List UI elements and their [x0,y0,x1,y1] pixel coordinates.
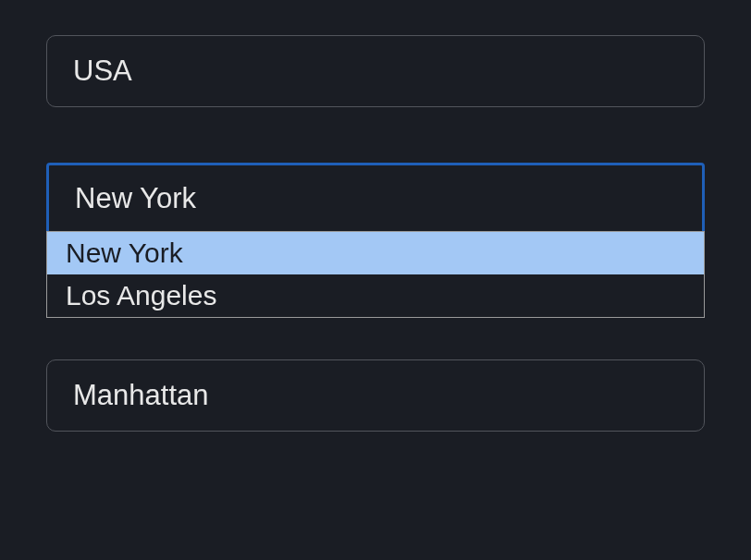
district-select[interactable]: Manhattan [46,359,705,432]
city-dropdown: New York Los Angeles [46,231,705,318]
city-select-value: New York [75,182,196,215]
dropdown-option-label: Los Angeles [66,280,216,310]
country-select[interactable]: USA [46,35,705,107]
dropdown-option[interactable]: New York [47,232,704,274]
district-select-wrapper: Manhattan [46,359,705,432]
dropdown-option-label: New York [66,237,183,268]
district-select-value: Manhattan [73,379,209,412]
dropdown-option[interactable]: Los Angeles [47,274,704,317]
country-select-value: USA [73,55,132,88]
city-select[interactable]: New York [46,163,705,235]
city-select-wrapper: New York New York Los Angeles [46,163,705,235]
country-select-wrapper: USA [46,35,705,107]
